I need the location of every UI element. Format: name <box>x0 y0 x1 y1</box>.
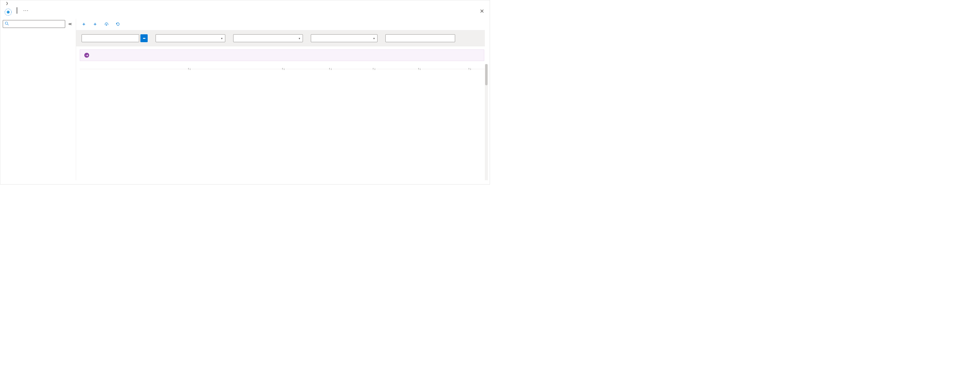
toolbar: ＋ ＋ <box>76 19 490 30</box>
category-dropdown[interactable]: ▾ <box>311 34 377 42</box>
svg-line-4 <box>8 24 9 26</box>
export-definitions-button[interactable] <box>104 22 111 26</box>
scope-picker-button[interactable]: ••• <box>140 34 148 42</box>
sidebar-search-input[interactable] <box>11 22 63 26</box>
collapse-sidebar-icon[interactable]: ≪ <box>67 21 73 27</box>
more-actions-icon[interactable]: ⋯ <box>23 7 29 13</box>
svg-point-2 <box>8 11 9 13</box>
search-filter-input[interactable] <box>385 34 455 42</box>
col-type[interactable]: ↑↓ <box>335 64 379 69</box>
search-icon <box>5 22 9 26</box>
col-name[interactable]: ↑↓ <box>80 64 194 69</box>
plus-icon: ＋ <box>81 21 86 27</box>
refresh-icon <box>116 22 120 26</box>
sort-icon: ↑↓ <box>329 67 332 70</box>
col-location[interactable]: ↑↓ <box>194 64 288 69</box>
info-banner: ➜ <box>80 50 484 61</box>
refresh-button[interactable] <box>116 22 122 26</box>
type-dropdown[interactable]: ▾ <box>233 34 303 42</box>
main-content: ＋ ＋ <box>76 19 490 180</box>
chevron-down-icon: ▾ <box>299 37 300 40</box>
close-icon[interactable]: ✕ <box>479 7 485 16</box>
vertical-scrollbar[interactable] <box>485 64 488 180</box>
policy-definition-button[interactable]: ＋ <box>81 21 88 27</box>
page-header: | ⋯ ✕ <box>0 5 490 19</box>
sidebar: ≪ <box>0 19 76 180</box>
col-category[interactable]: ↑↓ <box>424 64 474 69</box>
sort-icon: ↑↓ <box>372 67 376 70</box>
plus-icon: ＋ <box>93 21 97 27</box>
filter-bar: ••• ▾ ▾ ▾ <box>76 30 488 46</box>
policy-table: ↑↓ ↑↓ ↑↓ ↑↓ ↑↓ ↑↓ <box>80 64 488 180</box>
chevron-down-icon: ▾ <box>373 37 375 40</box>
svg-point-3 <box>5 22 8 24</box>
sidebar-search[interactable] <box>3 20 65 28</box>
sort-icon: ↑↓ <box>418 67 421 70</box>
definition-type-dropdown[interactable]: ▾ <box>156 34 225 42</box>
scope-input[interactable] <box>81 34 139 42</box>
sort-icon: ↑↓ <box>188 67 191 70</box>
initiative-definition-button[interactable]: ＋ <box>93 21 99 27</box>
chevron-down-icon: ▾ <box>221 37 223 40</box>
sort-icon: ↑↓ <box>468 67 471 70</box>
col-policies[interactable]: ↑↓ <box>288 64 335 69</box>
cloud-download-icon <box>104 22 109 26</box>
breadcrumb: ❯ <box>0 0 490 5</box>
chevron-right-icon: ❯ <box>6 2 8 5</box>
col-deftype[interactable]: ↑↓ <box>379 64 424 69</box>
sort-icon: ↑↓ <box>282 67 285 70</box>
export-tip-icon: ➜ <box>84 53 89 58</box>
backup-center-icon <box>4 8 13 16</box>
